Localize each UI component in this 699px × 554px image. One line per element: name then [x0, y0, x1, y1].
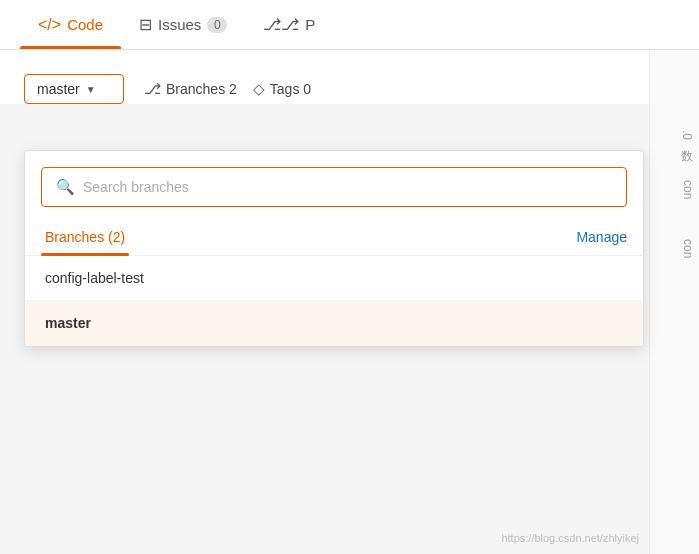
- search-icon: 🔍: [56, 178, 75, 196]
- tab-branches-label: Branches (2): [45, 229, 125, 245]
- branches-meta-item[interactable]: ⎇ Branches 2: [144, 80, 237, 98]
- dropdown-search-area: 🔍: [25, 151, 643, 219]
- tab-branches[interactable]: Branches (2): [41, 219, 129, 255]
- right-partial: .0数 con con: [649, 50, 699, 554]
- branch-list: config-label-test master: [25, 256, 643, 346]
- nav-pr[interactable]: ⎇⎇ P: [245, 0, 333, 49]
- search-box: 🔍: [41, 167, 627, 207]
- branch-selector-label: master: [37, 81, 80, 97]
- top-nav: </> Code ⊟ Issues 0 ⎇⎇ P: [0, 0, 699, 50]
- branch-dropdown-panel: 🔍 Branches (2) Manage config-label-test …: [24, 150, 644, 347]
- nav-code[interactable]: </> Code: [20, 0, 121, 49]
- right-partial-text-2: con: [654, 180, 695, 199]
- search-input[interactable]: [83, 179, 612, 195]
- right-partial-text-1: .0数: [654, 130, 695, 140]
- branch-list-item-current[interactable]: master: [25, 301, 643, 346]
- tags-meta-item[interactable]: ◇ Tags 0: [253, 80, 311, 98]
- right-partial-text-3: con: [654, 239, 695, 258]
- tags-meta-label: Tags 0: [270, 81, 311, 97]
- main-content: master ▼ ⎇ Branches 2 ◇ Tags 0 🔍: [0, 50, 699, 104]
- branch-meta: ⎇ Branches 2 ◇ Tags 0: [144, 80, 311, 98]
- nav-issues[interactable]: ⊟ Issues 0: [121, 0, 245, 49]
- issues-badge: 0: [207, 17, 227, 33]
- nav-issues-label: Issues: [158, 16, 201, 33]
- chevron-down-icon: ▼: [86, 84, 96, 95]
- watermark-text: https://blog.csdn.net/zhlyikej: [501, 532, 639, 544]
- tab-manage[interactable]: Manage: [576, 229, 627, 245]
- branch-row: master ▼ ⎇ Branches 2 ◇ Tags 0: [24, 74, 675, 104]
- dropdown-tabs: Branches (2) Manage: [25, 219, 643, 256]
- branches-meta-label: Branches 2: [166, 81, 237, 97]
- tag-icon: ◇: [253, 80, 265, 98]
- branch-selector-button[interactable]: master ▼: [24, 74, 124, 104]
- watermark: https://blog.csdn.net/zhlyikej: [501, 532, 639, 544]
- branch-name-current: master: [45, 315, 91, 331]
- nav-code-label: Code: [67, 16, 103, 33]
- code-icon: </>: [38, 16, 61, 34]
- branch-name: config-label-test: [45, 270, 144, 286]
- branch-icon: ⎇: [144, 80, 161, 98]
- nav-pr-label: P: [305, 16, 315, 33]
- branch-list-item[interactable]: config-label-test: [25, 256, 643, 301]
- tab-manage-label: Manage: [576, 229, 627, 245]
- pr-icon: ⎇⎇: [263, 15, 299, 34]
- tab-left: Branches (2): [41, 219, 149, 255]
- issues-icon: ⊟: [139, 15, 152, 34]
